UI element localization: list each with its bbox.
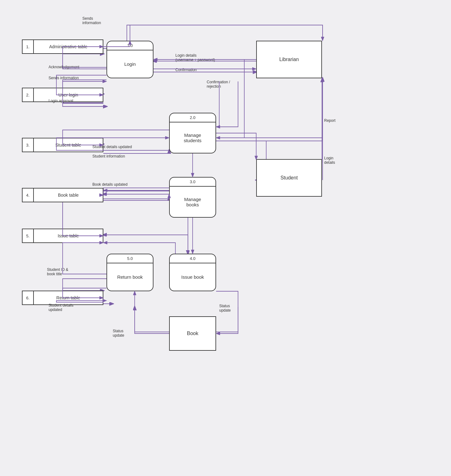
label-login-details: Login details (username + password) <box>175 53 215 62</box>
manage-books-label: Manage books <box>180 187 205 217</box>
label-report: Report <box>324 118 335 123</box>
librarian-label: Librarian <box>279 57 299 62</box>
label-acknowledgement: Acknowledgement <box>49 65 79 69</box>
manage-students-label: Manage students <box>180 122 205 153</box>
label-sends-info2: Sends information <box>49 76 79 80</box>
process-login: 1.0 Login <box>106 41 153 78</box>
store-student-number: 3. <box>23 138 34 152</box>
store-student-table: 3. Student table <box>22 138 103 152</box>
store-issue-number: 5. <box>23 229 34 242</box>
store-issue-table: 5. Issue table <box>22 229 103 243</box>
store-admin-number: 1. <box>23 40 34 53</box>
issue-book-label: Issue book <box>178 263 208 291</box>
store-book-table: 4. Book table <box>22 188 103 202</box>
entity-book: Book <box>169 316 216 351</box>
label-student-details-updated2: Student details updated <box>49 303 73 312</box>
store-book-label: Book table <box>34 193 103 198</box>
return-book-id: 5.0 <box>107 254 153 263</box>
store-return-label: Return table <box>34 295 103 300</box>
login-id: 1.0 <box>107 41 153 50</box>
store-issue-label: Issue table <box>34 233 103 238</box>
label-confirmation: Confirmation <box>175 68 197 72</box>
label-login-details2: Login details <box>324 156 335 165</box>
label-status-update2: Status update <box>219 304 231 313</box>
label-student-id-book-title: Student ID & book title <box>47 267 68 276</box>
store-return-number: 6. <box>23 291 34 304</box>
store-admin-label: Administrative table <box>34 44 103 49</box>
manage-students-id: 2.0 <box>170 113 215 122</box>
process-manage-students: 2.0 Manage students <box>169 113 216 153</box>
process-issue-book: 4.0 Issue book <box>169 254 216 291</box>
label-login-approval: Login approval <box>49 99 73 103</box>
label-confirmation-rejection: Confirmation / rejection <box>207 80 230 89</box>
login-label: Login <box>121 50 140 78</box>
entity-student: Student <box>256 159 322 197</box>
process-manage-books: 3.0 Manage books <box>169 177 216 218</box>
manage-books-id: 3.0 <box>170 178 215 187</box>
store-user-login-label: User login <box>34 92 103 97</box>
store-user-login-number: 2. <box>23 88 34 101</box>
label-sends-info: Sends information <box>82 16 101 25</box>
student-label: Student <box>280 175 298 181</box>
store-admin-table: 1. Administrative table <box>22 39 103 54</box>
process-return-book: 5.0 Return book <box>106 254 153 291</box>
label-student-details-updated: Student details updated <box>92 145 132 149</box>
label-student-information: Student information <box>92 154 125 158</box>
entity-librarian: Librarian <box>256 41 322 78</box>
book-label: Book <box>187 331 198 336</box>
store-book-number: 4. <box>23 189 34 202</box>
label-status-update: Status update <box>113 329 124 338</box>
diagram-container: 1.0 Login 2.0 Manage students 3.0 Manage… <box>0 0 451 476</box>
return-book-label: Return book <box>113 263 147 291</box>
issue-book-id: 4.0 <box>170 254 215 263</box>
label-book-details-updated: Book details updated <box>92 182 127 187</box>
